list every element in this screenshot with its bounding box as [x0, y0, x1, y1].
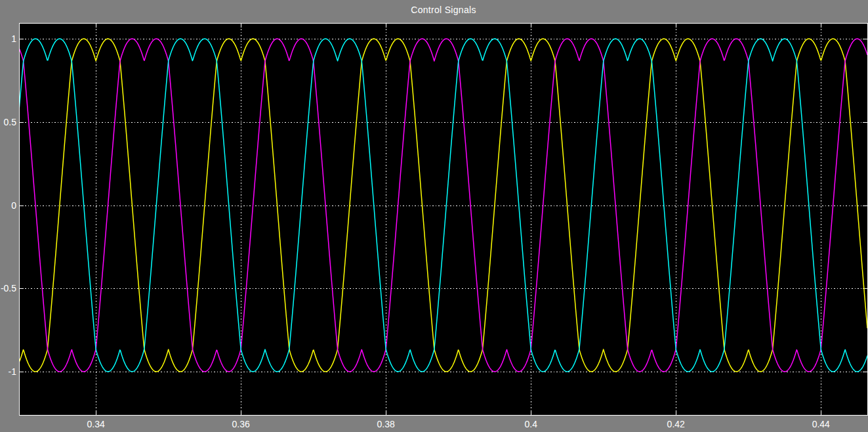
- y-tick-label: -0.5: [0, 283, 16, 293]
- x-tick-label: 0.4: [510, 419, 552, 429]
- waveforms-group: [19, 39, 867, 372]
- x-tick-label: 0.44: [800, 419, 842, 429]
- y-tick-label: 1: [0, 33, 16, 43]
- x-tick-label: 0.34: [75, 419, 117, 429]
- y-tick-label: 0: [0, 200, 16, 210]
- x-tick-label: 0.36: [220, 419, 262, 429]
- scope-figure: Control Signals 0.340.360.380.40.420.44 …: [0, 0, 868, 432]
- x-tick-label: 0.38: [365, 419, 407, 429]
- x-tick-label: 0.42: [655, 419, 697, 429]
- y-tick-label: 0.5: [0, 117, 16, 127]
- waveform-canvas: [0, 0, 868, 432]
- waveform-phase-c-cyan: [19, 39, 867, 372]
- y-tick-label: -1: [0, 366, 16, 376]
